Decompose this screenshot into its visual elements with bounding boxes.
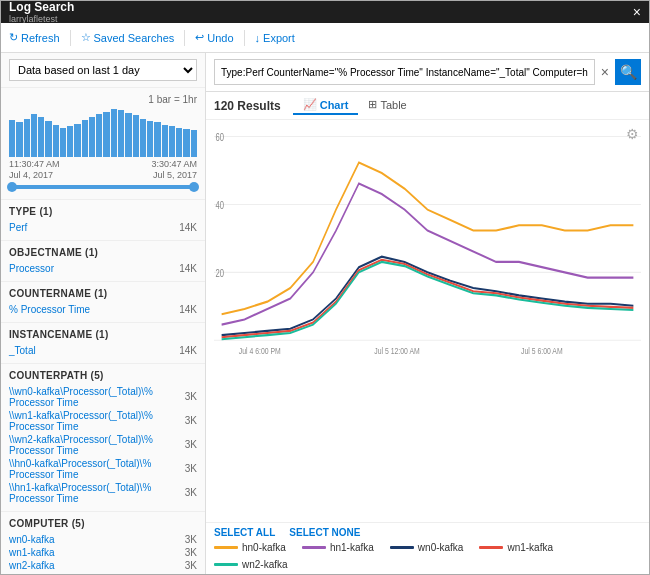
select-none-button[interactable]: SELECT NONE xyxy=(289,527,360,538)
legend-color xyxy=(214,563,238,566)
legend-item[interactable]: hn0-kafka xyxy=(214,542,286,553)
toolbar: ↻ Refresh ☆ Saved Searches ↩ Undo ↓ Expo… xyxy=(1,23,649,53)
slider-handle-right[interactable] xyxy=(189,182,199,192)
histogram-bar[interactable] xyxy=(176,128,182,157)
close-button[interactable]: × xyxy=(633,4,641,20)
histogram-bar[interactable] xyxy=(191,130,197,157)
histogram-bar[interactable] xyxy=(133,115,139,157)
histogram-label: 1 bar = 1hr xyxy=(9,94,197,105)
export-icon: ↓ xyxy=(255,32,261,44)
filter-section-title: TYPE (1) xyxy=(9,206,197,217)
histogram-bar[interactable] xyxy=(31,114,37,157)
query-bar: × 🔍 xyxy=(206,53,649,92)
histogram-bar[interactable] xyxy=(140,119,146,157)
histogram-bar[interactable] xyxy=(60,128,66,157)
legend-color xyxy=(302,546,326,549)
results-header: 120 Results 📈 Chart ⊞ Table xyxy=(206,92,649,120)
filter-key[interactable]: hn0-kafka xyxy=(9,573,53,574)
filter-key[interactable]: \\wn2-kafka\Processor(_Total)\% Processo… xyxy=(9,434,185,456)
legend-item[interactable]: wn0-kafka xyxy=(390,542,464,553)
histogram-bars xyxy=(9,107,197,157)
gear-icon[interactable]: ⚙ xyxy=(626,126,639,142)
refresh-button[interactable]: ↻ Refresh xyxy=(9,31,60,44)
saved-searches-button[interactable]: ☆ Saved Searches xyxy=(81,31,175,44)
histogram-bar[interactable] xyxy=(111,109,117,157)
histogram-bar[interactable] xyxy=(82,120,88,157)
filter-row: \\hn0-kafka\Processor(_Total)\% Processo… xyxy=(9,457,197,481)
legend-label: hn0-kafka xyxy=(242,542,286,553)
histogram-bar[interactable] xyxy=(89,117,95,157)
histogram-bar[interactable] xyxy=(9,120,15,157)
legend-item[interactable]: hn1-kafka xyxy=(302,542,374,553)
filter-count: 14K xyxy=(179,263,197,274)
legend-item[interactable]: wn1-kafka xyxy=(479,542,553,553)
filter-count: 3K xyxy=(185,573,197,574)
date-start: 11:30:47 AM Jul 4, 2017 xyxy=(9,159,60,181)
histogram-bar[interactable] xyxy=(24,119,30,157)
filter-row: Processor14K xyxy=(9,262,197,275)
filter-row: Perf14K xyxy=(9,221,197,234)
filter-count: 3K xyxy=(185,547,197,558)
filter-key[interactable]: \\hn1-kafka\Processor(_Total)\% Processo… xyxy=(9,482,185,504)
histogram-bar[interactable] xyxy=(154,122,160,157)
histogram-bar[interactable] xyxy=(118,110,124,157)
histogram-bar[interactable] xyxy=(53,125,59,157)
query-search-button[interactable]: 🔍 xyxy=(615,59,641,85)
undo-button[interactable]: ↩ Undo xyxy=(195,31,233,44)
filter-key[interactable]: _Total xyxy=(9,345,36,356)
results-tabs: 📈 Chart ⊞ Table xyxy=(293,96,417,115)
histogram-bar[interactable] xyxy=(125,113,131,157)
filter-section-title: OBJECTNAME (1) xyxy=(9,247,197,258)
histogram-bar[interactable] xyxy=(103,112,109,157)
filter-row: wn0-kafka3K xyxy=(9,533,197,546)
histogram-bar[interactable] xyxy=(38,117,44,157)
tab-table[interactable]: ⊞ Table xyxy=(358,96,416,115)
filter-key[interactable]: Processor xyxy=(9,263,54,274)
legend-color xyxy=(479,546,503,549)
legend-item[interactable]: wn2-kafka xyxy=(214,559,288,570)
query-clear-button[interactable]: × xyxy=(599,65,611,79)
slider-handle-left[interactable] xyxy=(7,182,17,192)
export-button[interactable]: ↓ Export xyxy=(255,32,295,44)
separator xyxy=(244,30,245,46)
filter-row: \\wn2-kafka\Processor(_Total)\% Processo… xyxy=(9,433,197,457)
svg-text:60: 60 xyxy=(216,131,224,142)
separator xyxy=(184,30,185,46)
sidebar: Data based on last 1 day 1 bar = 1hr 11:… xyxy=(1,53,206,574)
main-content: Data based on last 1 day 1 bar = 1hr 11:… xyxy=(1,53,649,574)
tab-chart[interactable]: 📈 Chart xyxy=(293,96,359,115)
main-window: Log Search larrylafletest × ↻ Refresh ☆ … xyxy=(0,0,650,575)
histogram-bar[interactable] xyxy=(16,122,22,157)
results-count: 120 Results xyxy=(214,99,281,113)
query-input[interactable] xyxy=(214,59,595,85)
filter-count: 3K xyxy=(185,487,197,498)
filter-row: wn2-kafka3K xyxy=(9,559,197,572)
select-all-button[interactable]: SELECT ALL xyxy=(214,527,275,538)
filter-key[interactable]: wn2-kafka xyxy=(9,560,55,571)
filter-key[interactable]: Perf xyxy=(9,222,27,233)
filter-key[interactable]: \\wn1-kafka\Processor(_Total)\% Processo… xyxy=(9,410,185,432)
filter-key[interactable]: % Processor Time xyxy=(9,304,90,315)
histogram-bar[interactable] xyxy=(96,114,102,157)
refresh-icon: ↻ xyxy=(9,31,18,44)
histogram-bar[interactable] xyxy=(147,121,153,157)
filter-key[interactable]: wn1-kafka xyxy=(9,547,55,558)
filter-count: 14K xyxy=(179,222,197,233)
histogram-bar[interactable] xyxy=(169,126,175,157)
filter-key[interactable]: \\hn0-kafka\Processor(_Total)\% Processo… xyxy=(9,458,185,480)
filter-count: 3K xyxy=(185,463,197,474)
date-end: 3:30:47 AM Jul 5, 2017 xyxy=(151,159,197,181)
right-content: × 🔍 120 Results 📈 Chart ⊞ Table xyxy=(206,53,649,574)
filter-row: wn1-kafka3K xyxy=(9,546,197,559)
filter-key[interactable]: \\wn0-kafka\Processor(_Total)\% Processo… xyxy=(9,386,185,408)
histogram-bar[interactable] xyxy=(67,126,73,157)
histogram-bar[interactable] xyxy=(183,129,189,157)
histogram-bar[interactable] xyxy=(162,125,168,157)
svg-text:Jul 4 6:00 PM: Jul 4 6:00 PM xyxy=(239,346,281,356)
filter-key[interactable]: wn0-kafka xyxy=(9,534,55,545)
histogram-area: 1 bar = 1hr 11:30:47 AM Jul 4, 2017 3:30… xyxy=(1,88,205,200)
histogram-bar[interactable] xyxy=(74,124,80,157)
histogram-bar[interactable] xyxy=(45,121,51,157)
time-range-select[interactable]: Data based on last 1 day xyxy=(9,59,197,81)
search-icon: 🔍 xyxy=(620,64,637,80)
